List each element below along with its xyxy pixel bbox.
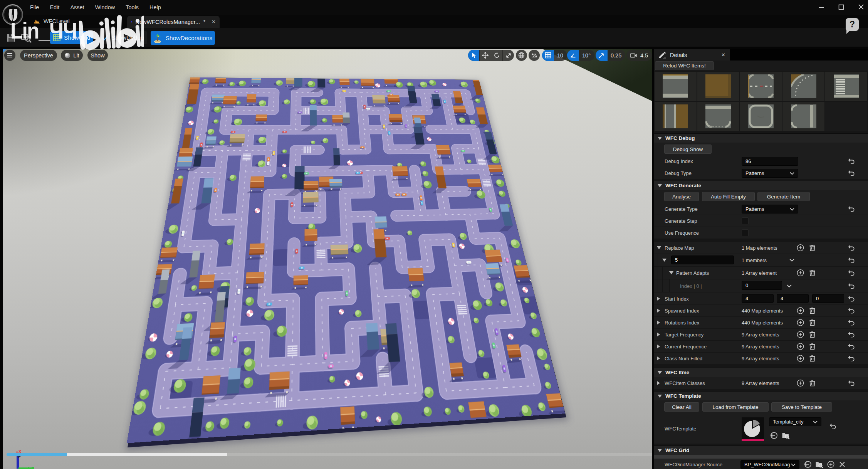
details-close-icon[interactable]: ✕: [721, 52, 725, 58]
add-spawned-icon[interactable]: [797, 307, 804, 314]
add-class-icon[interactable]: [797, 355, 804, 362]
add-rotations-icon[interactable]: [797, 319, 804, 326]
thumb-plaza[interactable]: [740, 102, 782, 131]
show-decorations-button[interactable]: ShowDecorations: [151, 31, 215, 45]
reset-wfcitem-icon[interactable]: [848, 380, 855, 386]
start-index-expander[interactable]: [657, 296, 660, 301]
thumb-curve[interactable]: [782, 72, 824, 101]
thumb-corner[interactable]: [782, 102, 824, 131]
add-current-icon[interactable]: [797, 343, 804, 350]
select-tool[interactable]: [468, 50, 479, 61]
rotate-tool[interactable]: [491, 50, 502, 61]
analyse-button[interactable]: Analyse: [664, 192, 699, 201]
reset-map-entry-icon[interactable]: [848, 257, 855, 263]
load-from-template-button[interactable]: Load from Template: [702, 402, 769, 412]
generate-type-dropdown[interactable]: Patterns: [742, 205, 798, 213]
perspective-selector[interactable]: Perspective: [20, 50, 57, 61]
start-index-y-input[interactable]: 4: [777, 294, 809, 303]
surface-snapping-icon[interactable]: [529, 50, 540, 61]
clear-map-icon[interactable]: [809, 244, 816, 252]
start-index-x-input[interactable]: 4: [742, 294, 774, 303]
index-entry-input[interactable]: 0: [742, 281, 782, 290]
reset-class-icon[interactable]: [848, 356, 855, 361]
menu-help[interactable]: Help: [149, 4, 161, 10]
reset-index-entry-icon[interactable]: [848, 283, 855, 289]
reset-generate-type-icon[interactable]: [848, 206, 855, 212]
section-wfc-grid[interactable]: WFC Grid: [654, 445, 868, 455]
tab-close-icon[interactable]: ✕: [212, 19, 216, 25]
debug-index-input[interactable]: 86: [742, 157, 798, 166]
menu-tools[interactable]: Tools: [126, 4, 139, 10]
clear-wfcitem-icon[interactable]: [809, 380, 816, 387]
generate-item-button[interactable]: Generate Item: [757, 192, 810, 201]
show-flags-selector[interactable]: Show: [87, 50, 108, 61]
reset-target-icon[interactable]: [848, 332, 855, 338]
wfcitem-classes-expander[interactable]: [657, 381, 660, 385]
spawned-index-expander[interactable]: [657, 309, 660, 313]
viewport-options-menu-icon[interactable]: [4, 50, 15, 61]
debug-show-button[interactable]: Debug Show: [664, 145, 712, 154]
menu-file[interactable]: File: [30, 4, 39, 10]
reset-rotations-icon[interactable]: [848, 320, 855, 326]
thumb-crossroad[interactable]: [740, 72, 782, 101]
gridmanager-source-dropdown[interactable]: BP_WFCGridManag: [740, 460, 799, 469]
clear-gridmanager-icon[interactable]: [839, 461, 845, 467]
current-frequence-expander[interactable]: [657, 345, 660, 349]
thumb-road-edge[interactable]: [655, 102, 697, 131]
browse-content-icon[interactable]: [21, 33, 32, 43]
use-selected-gridmanager-icon[interactable]: [804, 461, 812, 468]
clear-class-icon[interactable]: [809, 355, 816, 362]
replace-map-expander[interactable]: [657, 246, 661, 249]
clear-all-button[interactable]: Clear All: [664, 402, 699, 412]
generate-step-checkbox[interactable]: [742, 217, 749, 224]
debug-type-dropdown[interactable]: Patterns: [742, 169, 798, 178]
template-asset-thumbnail[interactable]: [742, 417, 764, 439]
thumb-road-straight[interactable]: [655, 72, 697, 101]
use-frequence-checkbox[interactable]: [742, 229, 749, 236]
clear-array-icon[interactable]: [809, 269, 816, 277]
show-debug-button[interactable]: ShowDebug: [99, 31, 147, 44]
reset-current-icon[interactable]: [848, 344, 855, 350]
start-index-z-input[interactable]: 0: [812, 294, 844, 303]
target-frequency-expander[interactable]: [657, 333, 660, 337]
browse-to-gridmanager-icon[interactable]: [815, 461, 823, 469]
rotation-snap-control[interactable]: 10°: [567, 50, 594, 61]
map-entry-expander[interactable]: [662, 259, 667, 262]
section-wfc-itme[interactable]: WFC Itme: [654, 368, 868, 377]
add-map-element-icon[interactable]: [797, 244, 804, 252]
viewport-3d[interactable]: Perspective Lit Show 10 10° 0.25 4.5 x: [3, 49, 652, 469]
maximize-icon[interactable]: [838, 4, 844, 10]
scale-tool[interactable]: [503, 50, 514, 61]
reset-spawned-icon[interactable]: [848, 308, 855, 314]
show-grid-button[interactable]: ShowGrid: [50, 31, 93, 44]
panel-splitter[interactable]: [654, 455, 868, 459]
thumb-crosswalk[interactable]: [825, 72, 867, 101]
lit-mode-selector[interactable]: Lit: [61, 50, 83, 61]
add-gridmanager-icon[interactable]: [827, 461, 834, 468]
browse-to-asset-icon[interactable]: [782, 432, 790, 440]
camera-speed-control[interactable]: 4.5: [626, 50, 652, 61]
world-coordinate-icon[interactable]: [516, 50, 527, 61]
map-entry-chevron-icon[interactable]: [789, 259, 794, 262]
move-tool[interactable]: [480, 50, 491, 61]
reload-wfc-items-button[interactable]: Relod WFC Items!: [655, 61, 714, 70]
add-target-icon[interactable]: [797, 331, 804, 338]
auto-fill-empty-button[interactable]: Auto Fill Empty: [702, 192, 755, 201]
section-wfc-debug[interactable]: WFC Debug: [654, 133, 868, 143]
section-wfc-generate[interactable]: WFC Generate: [654, 181, 868, 190]
close-icon[interactable]: [858, 4, 864, 10]
save-to-template-button[interactable]: Save to Template: [771, 402, 832, 412]
reset-debug-type-icon[interactable]: [848, 170, 855, 176]
tab-newwfcrolesmanager[interactable]: NewWFCRolesManager...* ✕: [127, 16, 220, 28]
clear-spawned-icon[interactable]: [809, 307, 816, 314]
reset-debug-index-icon[interactable]: [848, 158, 855, 164]
rotations-index-expander[interactable]: [657, 321, 660, 325]
details-tab[interactable]: Details ✕: [654, 49, 730, 61]
save-icon[interactable]: [6, 33, 16, 43]
reset-template-icon[interactable]: [829, 424, 836, 429]
template-asset-dropdown[interactable]: Template_city: [769, 417, 821, 426]
reset-start-index-icon[interactable]: [848, 296, 855, 301]
help-bubble-button[interactable]: ?: [846, 18, 859, 31]
index-entry-chevron-icon[interactable]: [787, 284, 792, 287]
menu-asset[interactable]: Asset: [70, 4, 84, 10]
